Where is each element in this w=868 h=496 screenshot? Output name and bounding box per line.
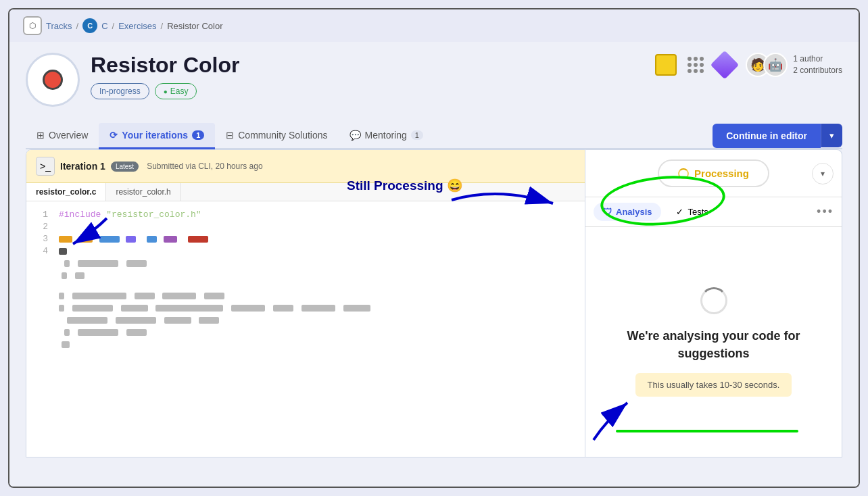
tracks-link[interactable]: Tracks [46,21,72,31]
tracks-icon: ⬡ [23,16,42,35]
code-line-3: 3 [34,234,577,246]
code-line-9 [34,315,577,327]
tab-your-iterations[interactable]: ⟳ Your iterations 1 [99,123,215,149]
overview-icon: ⊞ [37,130,45,141]
community-icon: ⊟ [226,130,234,141]
tab-mentoring[interactable]: 💬 Mentoring 1 [339,123,434,149]
exercises-link[interactable]: Exercises [118,21,156,31]
iteration-icon: >_ [36,157,55,176]
header-right: 🧑 🤖 1 author 2 contributors [655,53,842,77]
iteration-badge: Latest [111,162,139,172]
overview-label: Overview [49,130,88,141]
analysis-note: This usually takes 10-30 seconds. [635,373,792,397]
main-content: Resistor Color In-progress Easy 🧑 [9,42,859,487]
expand-button[interactable]: ▾ [812,163,834,184]
tab-analysis[interactable]: 🛡 Analysis [594,203,661,221]
code-line-2: 2 [34,222,577,234]
code-area: 1 #include "resistor_color.h" 2 3 [26,201,585,457]
processing-button: Processing [658,159,769,187]
diamond-icon [710,51,739,79]
tab-tests[interactable]: ✓ Tests [667,203,717,221]
code-line-8 [34,303,577,315]
avatar-group: 🧑 🤖 1 author 2 contributors [746,53,842,77]
iteration-title: Iteration 1 [60,161,105,172]
contributors-label: 2 contributors [793,65,842,76]
tests-label: Tests [688,207,708,217]
status-badge: In-progress [91,83,149,99]
mentoring-count: 1 [411,130,423,140]
analysis-icon: 🛡 [603,207,612,217]
processing-label: Processing [694,168,749,179]
analysis-label: Analysis [616,207,652,217]
sep3: / [161,21,164,31]
mentoring-label: Mentoring [365,130,407,141]
current-exercise: Resistor Color [167,21,222,31]
iterations-icon: ⟳ [110,130,118,141]
badges: In-progress Easy [91,83,655,99]
iteration-submitted: Submitted via CLI, 20 hours ago [147,162,262,171]
analysis-tabs: 🛡 Analysis ✓ Tests ••• [585,197,842,227]
sep2: / [112,21,115,31]
bookmark-icon[interactable] [655,54,677,76]
tabs-row: ⊞ Overview ⟳ Your iterations 1 ⊟ Communi… [26,118,842,149]
avatar-2: 🤖 [763,53,788,77]
exercise-info: Resistor Color In-progress Easy [91,53,655,99]
lang-badge: C [82,18,97,33]
code-line-11 [34,339,577,351]
tabs: ⊞ Overview ⟳ Your iterations 1 ⊟ Communi… [26,123,842,149]
exercise-icon [26,53,80,107]
code-line-10 [34,327,577,339]
processing-bar: Processing ▾ [585,150,842,197]
iterations-count: 1 [192,130,204,140]
iteration-header: >_ Iteration 1 Latest Submitted via CLI,… [26,150,585,183]
community-label: Community Solutions [238,130,327,141]
code-line-7 [34,291,577,303]
avatar-stack: 🧑 🤖 [746,53,788,77]
mentoring-icon: 💬 [349,130,361,141]
breadcrumb: ⬡ Tracks / C C / Exercises / Resistor Co… [9,9,859,42]
analysis-title: We're analysing your code for suggestion… [599,328,828,362]
authors-label: 1 author [793,53,842,65]
lang-link[interactable]: C [101,21,107,31]
file-tab-2[interactable]: resistor_color.h [106,183,180,201]
code-line-4: 4 [34,246,577,258]
continue-editor-dropdown[interactable]: ▾ [821,124,842,147]
tab-overview[interactable]: ⊞ Overview [26,123,99,149]
author-info: 1 author 2 contributors [793,53,842,76]
right-panel: Processing ▾ 🛡 Analysis ✓ Tests ••• [585,149,842,457]
code-line-5 [34,258,577,270]
processing-spinner [678,168,689,179]
more-options-button[interactable]: ••• [817,205,834,219]
code-line-6 [34,270,577,282]
code-panel: >_ Iteration 1 Latest Submitted via CLI,… [26,149,585,457]
analysis-body: We're analysing your code for suggestion… [585,227,842,457]
analysis-spinner [700,287,727,314]
tab-community-solutions[interactable]: ⊟ Community Solutions [215,123,338,149]
content-row: >_ Iteration 1 Latest Submitted via CLI,… [26,149,842,457]
continue-editor-button[interactable]: Continue in editor [713,124,821,148]
difficulty-badge: Easy [155,83,197,99]
resistor-icon [43,70,63,90]
code-line-1: 1 #include "resistor_color.h" [34,209,577,222]
exercise-header: Resistor Color In-progress Easy 🧑 [26,53,842,107]
sep1: / [76,21,79,31]
exercise-title: Resistor Color [91,53,655,78]
tests-icon: ✓ [676,207,683,217]
file-tab-1[interactable]: resistor_color.c [26,183,106,201]
file-tabs: resistor_color.c resistor_color.h [26,183,585,201]
grid-icon [688,57,704,73]
iterations-label: Your iterations [122,130,188,141]
